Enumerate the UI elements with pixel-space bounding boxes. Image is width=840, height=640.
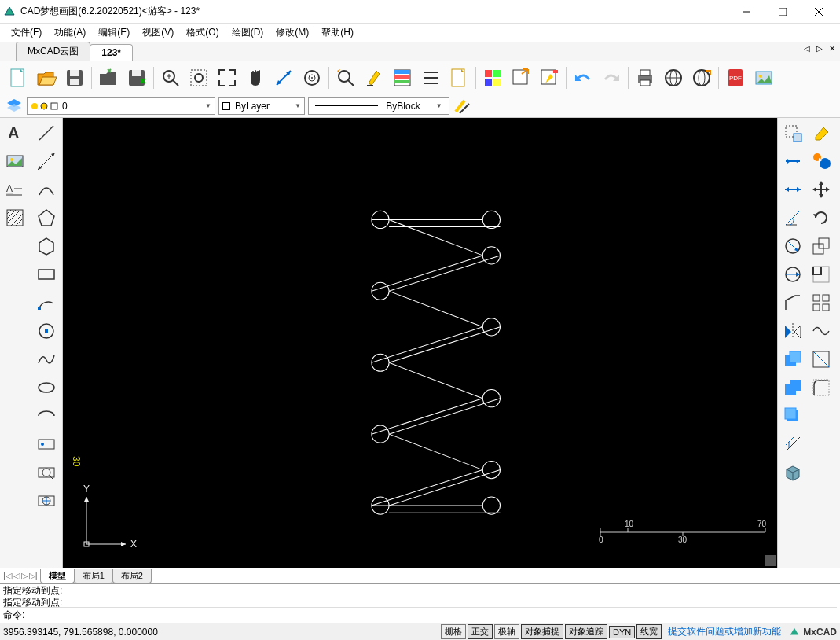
trim-tool[interactable] [779, 148, 806, 175]
circle-tool[interactable] [33, 318, 60, 344]
line-tool[interactable] [33, 120, 60, 146]
erase-tool[interactable] [808, 120, 834, 146]
drawing-canvas[interactable]: 30 X Y 10 70 0 [63, 118, 777, 568]
menu-view[interactable]: 视图(V) [136, 24, 180, 41]
ellipse-tool[interactable] [33, 374, 60, 401]
open-button[interactable] [33, 64, 60, 91]
toggle-lwt[interactable]: 线宽 [636, 624, 662, 639]
text-tool[interactable]: A [2, 120, 28, 146]
rotate-dim-tool[interactable] [779, 204, 806, 231]
arc2-tool[interactable] [33, 289, 60, 316]
print-button[interactable] [632, 64, 658, 91]
zoom-window-button[interactable] [185, 64, 212, 91]
properties-button[interactable] [389, 64, 416, 91]
menu-draw[interactable]: 绘图(D) [226, 24, 270, 41]
wave-tool[interactable] [808, 318, 834, 344]
toggle-grid[interactable]: 栅格 [441, 624, 466, 639]
zoom-extents-button[interactable] [214, 64, 240, 91]
mtext-tool[interactable]: A [2, 176, 28, 203]
mirror2-tool[interactable] [779, 318, 806, 344]
spline-tool[interactable] [33, 346, 60, 373]
feedback-link[interactable]: 提交软件问题或增加新功能 [668, 625, 781, 638]
tab-close-icon[interactable]: ✕ [827, 44, 837, 53]
polygon-tool[interactable] [33, 204, 60, 231]
toggle-polar[interactable]: 极轴 [494, 624, 519, 639]
align-tool[interactable] [779, 431, 806, 458]
lineweight-icon[interactable] [453, 97, 471, 116]
doc-tab-123[interactable]: 123* [90, 44, 133, 61]
layer-dropdown[interactable]: 0 ▼ [27, 97, 215, 115]
color-palette-button[interactable] [479, 64, 506, 91]
paint-button[interactable] [536, 64, 563, 91]
maximize-button[interactable] [765, 0, 801, 24]
layer-manager-icon[interactable] [5, 97, 24, 116]
undo-button[interactable] [570, 64, 596, 91]
mtab-next-icon[interactable]: ▷ [21, 571, 28, 581]
tab-model[interactable]: 模型 [40, 569, 75, 583]
mtab-prev-icon[interactable]: ◁ [13, 571, 20, 581]
extend-tool[interactable] [808, 148, 834, 175]
explode-tool[interactable] [779, 403, 806, 429]
chamfer-tool[interactable] [779, 289, 806, 316]
doc-tab-cloud[interactable]: MxCAD云图 [16, 42, 90, 61]
rotate-tool[interactable] [808, 204, 834, 231]
menu-format[interactable]: 格式(O) [180, 24, 225, 41]
menu-edit[interactable]: 编辑(E) [92, 24, 136, 41]
polygon2-tool[interactable] [33, 233, 60, 259]
array-tool[interactable] [808, 289, 834, 316]
toggle-otrack[interactable]: 对象追踪 [565, 624, 607, 639]
note-button[interactable] [446, 64, 472, 91]
export-button[interactable] [508, 64, 534, 91]
zoom-scale-button[interactable] [270, 64, 297, 91]
command-input[interactable] [24, 609, 837, 622]
fillet-tool[interactable] [808, 374, 834, 401]
target-button[interactable] [299, 64, 325, 91]
tab-prev-icon[interactable]: ◁ [802, 44, 812, 53]
select-tool[interactable] [779, 120, 806, 146]
tab-layout1[interactable]: 布局1 [74, 569, 113, 583]
tab-next-icon[interactable]: ▷ [815, 44, 824, 53]
move-tool[interactable] [779, 176, 806, 203]
break-tool[interactable] [808, 346, 834, 373]
mtab-first-icon[interactable]: |◁ [3, 571, 12, 581]
menu-modify[interactable]: 修改(M) [270, 24, 315, 41]
move4-tool[interactable] [808, 176, 834, 203]
tab-layout2[interactable]: 布局2 [112, 569, 152, 583]
toggle-dyn[interactable]: DYN [609, 626, 635, 638]
open-folder-button[interactable] [95, 64, 122, 91]
toggle-osnap[interactable]: 对象捕捉 [521, 624, 563, 639]
menu-file[interactable]: 文件(F) [5, 24, 48, 41]
web-button[interactable] [660, 64, 687, 91]
copy-tool[interactable] [779, 346, 806, 373]
pan-button[interactable] [242, 64, 269, 91]
zoom-in-button[interactable] [157, 64, 184, 91]
scroll-corner[interactable] [765, 555, 776, 566]
highlight-button[interactable] [361, 64, 387, 91]
find-button[interactable] [332, 64, 359, 91]
image-tool[interactable] [2, 148, 28, 175]
linetype-dropdown[interactable]: ByBlock ▼ [308, 97, 449, 115]
mtab-last-icon[interactable]: ▷| [29, 571, 38, 581]
save-as-button[interactable] [123, 64, 150, 91]
close-button[interactable] [801, 0, 837, 24]
save-button[interactable] [61, 64, 88, 91]
toggle-ortho[interactable]: 正交 [468, 624, 493, 639]
scale-tool[interactable] [808, 233, 834, 259]
menu-help[interactable]: 帮助(H) [315, 24, 360, 41]
rectangle-tool[interactable] [33, 261, 60, 288]
menu-function[interactable]: 功能(A) [48, 24, 92, 41]
redo-button[interactable] [598, 64, 625, 91]
stretch-tool[interactable] [779, 261, 806, 288]
xline-tool[interactable] [33, 148, 60, 175]
block-tool[interactable] [33, 459, 60, 486]
offset-tool[interactable] [808, 261, 834, 288]
ellipse-arc-tool[interactable] [33, 403, 60, 429]
new-button[interactable] [5, 64, 31, 91]
web-upload-button[interactable] [688, 64, 715, 91]
hatch-tool[interactable] [2, 204, 28, 231]
arc-tool[interactable] [33, 176, 60, 203]
image-button[interactable] [750, 64, 777, 91]
list-button[interactable] [417, 64, 444, 91]
mirror-tool[interactable] [779, 233, 806, 259]
color-dropdown[interactable]: ByLayer ▼ [218, 97, 305, 115]
